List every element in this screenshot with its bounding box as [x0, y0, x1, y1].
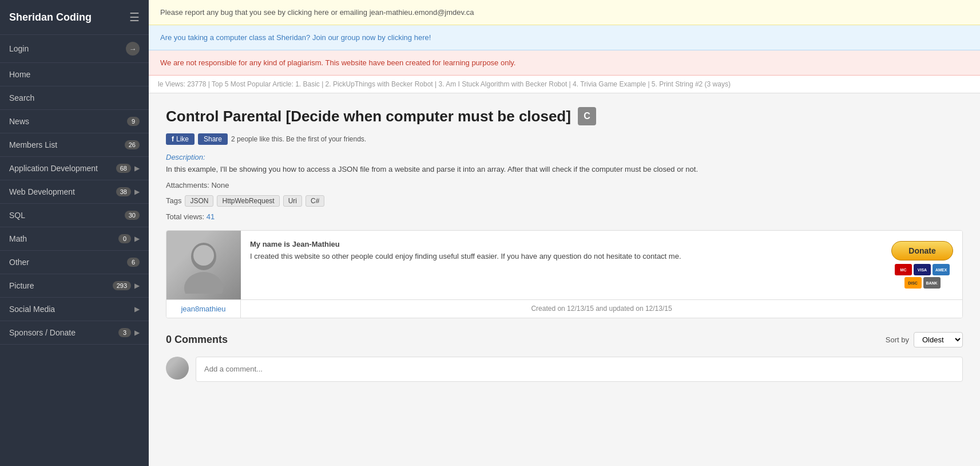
- alert-red: We are not responsible for any kind of p…: [149, 50, 980, 76]
- sidebar-item-sponsors-donate[interactable]: Sponsors / Donate 3 ▶: [0, 321, 149, 345]
- sidebar-item-home[interactable]: Home: [0, 63, 149, 86]
- sort-select[interactable]: Oldest Newest: [914, 332, 963, 347]
- sidebar-item-picture[interactable]: Picture 293 ▶: [0, 274, 149, 298]
- author-avatar: [166, 231, 241, 299]
- payment-cards: MC VISA AMEX DISC BANK: [891, 264, 953, 289]
- app-dev-badge: 68: [116, 164, 131, 173]
- fb-row: f Like Share 2 people like this. Be the …: [166, 133, 963, 145]
- app-dev-chevron-icon: ▶: [134, 164, 140, 172]
- views-row: Total views: 41: [166, 212, 963, 221]
- tag-uri[interactable]: Uri: [283, 195, 302, 207]
- tags-row: Tags JSON HttpWebRequest Uri C#: [166, 195, 963, 207]
- svg-point-1: [184, 272, 223, 294]
- comment-input[interactable]: [196, 357, 963, 382]
- sidebar-item-app-dev[interactable]: Application Development 68 ▶: [0, 157, 149, 180]
- social-media-chevron-icon: ▶: [134, 305, 140, 313]
- author-card: My name is Jean-Mathieu I created this w…: [166, 230, 963, 318]
- sidebar: Sheridan Coding ☰ Login → Home Search Ne…: [0, 0, 149, 466]
- description-label: Description:: [166, 153, 963, 161]
- sql-badge: 30: [125, 211, 140, 220]
- description-text: In this example, I'll be showing you how…: [166, 164, 963, 175]
- login-icon: →: [126, 42, 140, 56]
- article-title-row: Control Parental [Decide when computer m…: [166, 107, 963, 125]
- sort-row: Sort by Oldest Newest: [886, 332, 963, 347]
- sidebar-item-math[interactable]: Math 0 ▶: [0, 227, 149, 251]
- fb-logo: f: [172, 135, 174, 143]
- web-dev-badge: 38: [116, 187, 131, 196]
- donate-button[interactable]: Donate: [891, 241, 953, 260]
- author-card-body: My name is Jean-Mathieu I created this w…: [166, 231, 962, 299]
- mastercard-icon: MC: [895, 264, 912, 275]
- sidebar-item-search[interactable]: Search: [0, 86, 149, 110]
- sidebar-item-social-media[interactable]: Social Media ▶: [0, 298, 149, 321]
- comments-header: 0 Comments Sort by Oldest Newest: [166, 332, 963, 347]
- members-badge: 26: [125, 140, 140, 149]
- author-dates: Created on 12/13/15 and updated on 12/13…: [241, 300, 962, 318]
- tag-httpwebrequest[interactable]: HttpWebRequest: [217, 195, 279, 207]
- alert-blue[interactable]: Are you taking a computer class at Sheri…: [149, 25, 980, 50]
- comment-user-avatar: [166, 357, 189, 380]
- author-footer: jean8mathieu Created on 12/13/15 and upd…: [166, 299, 962, 318]
- math-badge: 0: [118, 234, 131, 243]
- author-username[interactable]: jean8mathieu: [166, 300, 241, 318]
- tag-csharp[interactable]: C#: [305, 195, 324, 207]
- author-name: My name is Jean-Mathieu: [250, 240, 873, 248]
- sidebar-item-web-dev[interactable]: Web Development 38 ▶: [0, 180, 149, 204]
- tags-label: Tags: [166, 196, 181, 205]
- sidebar-item-login[interactable]: Login →: [0, 35, 149, 63]
- sidebar-item-sql[interactable]: SQL 30: [0, 204, 149, 227]
- sidebar-item-members-list[interactable]: Members List 26: [0, 133, 149, 157]
- author-photo: [166, 231, 241, 299]
- bank-icon: BANK: [923, 277, 941, 289]
- math-chevron-icon: ▶: [134, 235, 140, 243]
- sidebar-item-news[interactable]: News 9: [0, 110, 149, 133]
- hamburger-icon[interactable]: ☰: [129, 10, 140, 24]
- visa-icon: VISA: [914, 264, 931, 275]
- sidebar-header: Sheridan Coding ☰: [0, 0, 149, 35]
- main-content: Please report any bug that you see by cl…: [149, 0, 980, 466]
- sidebar-title: Sheridan Coding: [9, 11, 92, 23]
- fb-like-text: 2 people like this. Be the first of your…: [231, 135, 366, 143]
- sponsors-badge: 3: [118, 328, 131, 337]
- comments-title: 0 Comments: [166, 334, 228, 346]
- picture-badge: 293: [113, 281, 131, 290]
- sidebar-item-other[interactable]: Other 6: [0, 251, 149, 274]
- amex-icon: AMEX: [933, 264, 950, 275]
- discover-icon: DISC: [904, 277, 922, 289]
- fb-share-button[interactable]: Share: [198, 133, 228, 145]
- fb-like-button[interactable]: f Like: [166, 133, 195, 145]
- article-content: Control Parental [Decide when computer m…: [149, 93, 980, 466]
- sponsors-chevron-icon: ▶: [134, 329, 140, 337]
- comment-input-row: [166, 357, 963, 382]
- news-badge: 9: [127, 117, 140, 126]
- alert-yellow: Please report any bug that you see by cl…: [149, 0, 980, 25]
- svg-point-2: [193, 245, 214, 266]
- author-donate-section: Donate MC VISA AMEX DISC BANK: [882, 231, 962, 299]
- article-title: Control Parental [Decide when computer m…: [166, 108, 571, 125]
- web-dev-chevron-icon: ▶: [134, 188, 140, 196]
- author-info: My name is Jean-Mathieu I created this w…: [241, 231, 882, 299]
- views-count: 41: [207, 212, 215, 221]
- ticker-bar: le Views: 23778 | Top 5 Most Popular Art…: [149, 76, 980, 93]
- article-category-badge: C: [578, 107, 596, 125]
- other-badge: 6: [127, 258, 140, 267]
- tag-json[interactable]: JSON: [185, 195, 213, 207]
- author-bio: I created this website so other people c…: [250, 252, 873, 260]
- picture-chevron-icon: ▶: [134, 282, 140, 290]
- attachments: Attachments: None: [166, 181, 963, 189]
- sort-label: Sort by: [886, 335, 909, 344]
